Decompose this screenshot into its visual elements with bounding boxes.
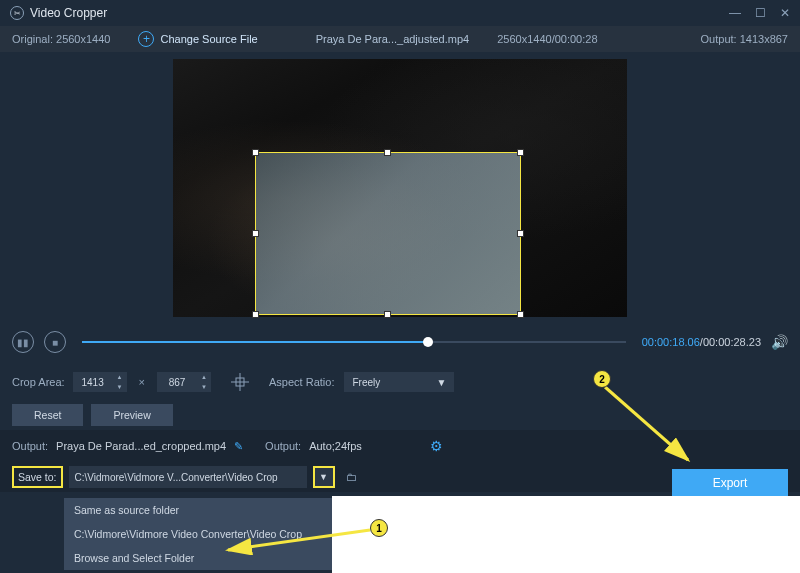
source-filename: Praya De Para..._adjusted.mp4 [316,33,469,45]
crop-handle-s[interactable] [384,311,391,318]
export-button[interactable]: Export [672,469,788,497]
reset-button[interactable]: Reset [12,404,83,426]
output-dimensions: Output: 1413x867 [701,33,788,45]
time-total: /00:00:28.23 [700,336,761,348]
crop-handle-se[interactable] [517,311,524,318]
save-to-label: Save to: [12,466,63,488]
app-icon: ✂ [10,6,24,20]
save-path-field[interactable]: C:\Vidmore\Vidmore V...Converter\Video C… [69,466,307,488]
slider-thumb[interactable] [423,337,433,347]
menu-item-last-path[interactable]: C:\Vidmore\Vidmore Video Converter\Video… [64,522,332,546]
save-path-dropdown-menu: Same as source folder C:\Vidmore\Vidmore… [64,498,332,570]
minimize-button[interactable]: — [729,6,741,20]
height-value: 867 [157,372,197,392]
maximize-button[interactable]: ☐ [755,6,766,20]
times-icon: × [135,376,149,388]
play-pause-button[interactable]: ▮▮ [12,331,34,353]
background-patch [332,496,800,573]
width-up[interactable]: ▲ [113,372,127,382]
crop-handle-sw[interactable] [252,311,259,318]
menu-item-same-folder[interactable]: Same as source folder [64,498,332,522]
chevron-down-icon: ▼ [437,377,447,388]
crop-rectangle[interactable] [255,152,521,315]
edit-icon[interactable]: ✎ [234,440,243,453]
crop-handle-ne[interactable] [517,149,524,156]
aspect-dropdown[interactable]: Freely▼ [344,372,454,392]
output-format-label: Output: [265,440,301,452]
source-dimensions: 2560x1440/00:00:28 [497,33,597,45]
volume-icon[interactable]: 🔊 [771,334,788,350]
height-down[interactable]: ▼ [197,382,211,392]
crop-handle-e[interactable] [517,230,524,237]
width-stepper[interactable]: 1413 ▲▼ [73,372,127,392]
folder-icon[interactable]: 🗀 [341,466,363,488]
output-filename: Praya De Parad...ed_cropped.mp4 [56,440,226,452]
playback-slider[interactable] [82,341,626,343]
crop-area-label: Crop Area: [12,376,65,388]
gear-icon[interactable]: ⚙ [430,438,443,454]
aspect-label: Aspect Ratio: [269,376,334,388]
plus-icon: + [138,31,154,47]
preview-button[interactable]: Preview [91,404,172,426]
width-down[interactable]: ▼ [113,382,127,392]
crop-handle-w[interactable] [252,230,259,237]
crop-handle-n[interactable] [384,149,391,156]
output-format: Auto;24fps [309,440,362,452]
annotation-marker-2: 2 [593,370,611,388]
center-icon[interactable] [229,371,251,393]
save-path-dropdown-button[interactable]: ▼ [313,466,335,488]
annotation-marker-1: 1 [370,519,388,537]
video-preview[interactable] [173,59,627,317]
aspect-value: Freely [352,377,380,388]
original-dimensions: Original: 2560x1440 [12,33,110,45]
menu-item-browse[interactable]: Browse and Select Folder [64,546,332,570]
stop-button[interactable]: ■ [44,331,66,353]
time-current: 00:00:18.06 [642,336,700,348]
change-source-label: Change Source File [160,33,257,45]
height-stepper[interactable]: 867 ▲▼ [157,372,211,392]
close-button[interactable]: ✕ [780,6,790,20]
height-up[interactable]: ▲ [197,372,211,382]
window-title: Video Cropper [30,6,107,20]
output-label: Output: [12,440,48,452]
width-value: 1413 [73,372,113,392]
crop-handle-nw[interactable] [252,149,259,156]
change-source-button[interactable]: + Change Source File [138,31,257,47]
